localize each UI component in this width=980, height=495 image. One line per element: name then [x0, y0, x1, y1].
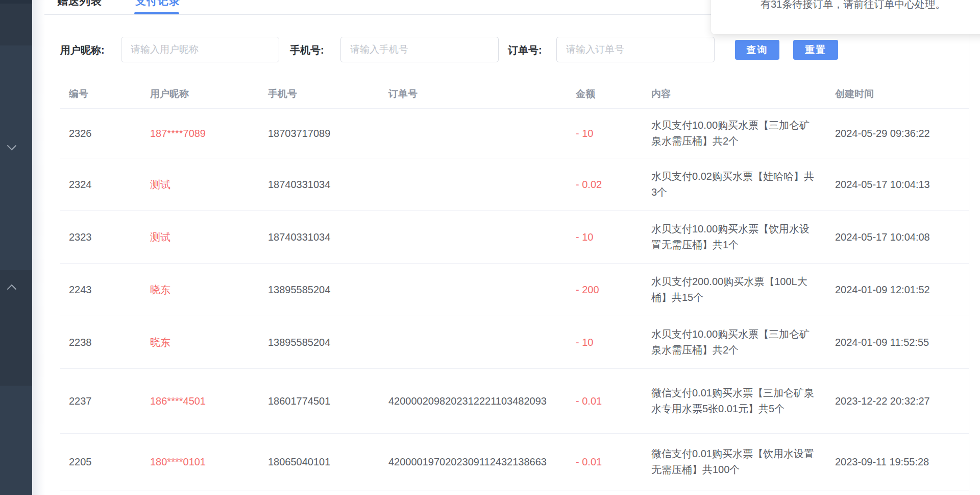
- cell-id: 2238: [60, 335, 141, 350]
- cell-amount: - 0.02: [567, 177, 642, 192]
- table-row: 2237 186****4501 18601774501 42000020982…: [60, 369, 969, 434]
- cell-created-at: 2024-05-17 10:04:13: [826, 177, 969, 192]
- phone-filter-input[interactable]: [340, 37, 499, 62]
- chevron-down-icon[interactable]: [7, 144, 17, 150]
- page: 赠送列表 支付记录 有31条待接订单，请前往订单中心处理。 用户昵称: 手机号:…: [0, 0, 980, 495]
- tab-payment-records[interactable]: 支付记录: [135, 0, 180, 8]
- cell-amount: - 10: [567, 126, 642, 141]
- cell-phone: 13895585204: [259, 282, 379, 297]
- col-header-nickname: 用户昵称: [141, 89, 259, 99]
- cell-phone: 18740331034: [259, 229, 379, 245]
- tab-gift-list[interactable]: 赠送列表: [57, 0, 102, 8]
- query-button[interactable]: 查询: [735, 40, 779, 60]
- cell-amount: - 0.01: [567, 454, 642, 469]
- cell-created-at: 2024-05-17 10:04:08: [826, 229, 969, 245]
- cell-created-at: 2024-01-09 11:52:55: [826, 335, 969, 350]
- cell-id: 2243: [60, 282, 141, 297]
- cell-amount: - 10: [567, 335, 642, 350]
- cell-nickname-link[interactable]: 186****4501: [141, 393, 259, 409]
- cell-amount: - 0.01: [567, 393, 642, 409]
- col-header-order-no: 订单号: [379, 89, 567, 99]
- cell-content: 水贝支付10.00购买水票【饮用水设置无需压桶】共1个: [642, 221, 826, 253]
- payment-records-table: 编号 用户昵称 手机号 订单号 金额 内容 创建时间 2326 187****7…: [60, 80, 969, 490]
- pending-orders-tooltip-text: 有31条待接订单，请前往订单中心处理。: [761, 0, 952, 12]
- cell-nickname-link[interactable]: 187****7089: [141, 126, 259, 141]
- col-header-created-at: 创建时间: [826, 89, 969, 99]
- order-no-filter-input[interactable]: [556, 37, 715, 62]
- cell-phone: 18740331034: [259, 177, 379, 192]
- cell-nickname-link[interactable]: 晓东: [141, 335, 259, 350]
- cell-nickname-link[interactable]: 测试: [141, 229, 259, 245]
- cell-order-no: 4200002098202312221103482093: [379, 393, 567, 409]
- phone-filter-label: 手机号:: [290, 43, 324, 57]
- nickname-filter-input[interactable]: [121, 37, 279, 62]
- reset-button[interactable]: 重置: [793, 40, 838, 60]
- cell-id: 2205: [60, 454, 141, 469]
- cell-created-at: 2023-09-11 19:55:28: [826, 454, 969, 469]
- cell-amount: - 10: [567, 229, 642, 245]
- cell-created-at: 2023-12-22 20:32:27: [826, 393, 969, 409]
- cell-content: 水贝支付200.00购买水票【100L大桶】共15个: [642, 274, 826, 305]
- col-header-content: 内容: [642, 89, 826, 99]
- order-no-filter-label: 订单号:: [508, 43, 542, 57]
- col-header-phone: 手机号: [259, 89, 379, 99]
- table-row: 2326 187****7089 18703717089 - 10 水贝支付10…: [60, 109, 969, 158]
- cell-created-at: 2024-05-29 09:36:22: [826, 126, 969, 141]
- cell-content: 水贝支付0.02购买水票【娃哈哈】共3个: [642, 169, 826, 200]
- cell-id: 2237: [60, 393, 141, 409]
- sidebar: [0, 0, 32, 495]
- col-header-id: 编号: [60, 89, 141, 99]
- cell-nickname-link[interactable]: 测试: [141, 177, 259, 192]
- cell-id: 2326: [60, 126, 141, 141]
- cell-order-no: 4200001970202309112432138663: [379, 454, 567, 469]
- cell-content: 水贝支付10.00购买水票【三加仑矿泉水需压桶】共2个: [642, 117, 826, 149]
- table-row: 2205 180****0101 18065040101 42000019702…: [60, 434, 969, 490]
- cell-id: 2324: [60, 177, 141, 192]
- cell-amount: - 200: [567, 282, 642, 297]
- sidebar-top-menu-block[interactable]: [0, 0, 32, 45]
- sidebar-top-edge: [0, 0, 32, 4]
- table-right-border: [969, 15, 969, 495]
- cell-phone: 13895585204: [259, 335, 379, 350]
- table-row: 2243 晓东 13895585204 - 200 水贝支付200.00购买水票…: [60, 264, 969, 316]
- cell-content: 微信支付0.01购买水票【三加仑矿泉水专用水票5张0.01元】共5个: [642, 385, 826, 417]
- active-tab-underline: [134, 12, 179, 14]
- cell-nickname-link[interactable]: 180****0101: [141, 454, 259, 469]
- chevron-up-icon[interactable]: [7, 283, 17, 289]
- table-header-row: 编号 用户昵称 手机号 订单号 金额 内容 创建时间: [60, 80, 969, 109]
- cell-id: 2323: [60, 229, 141, 245]
- cell-content: 微信支付0.01购买水票【饮用水设置无需压桶】共100个: [642, 446, 826, 478]
- cell-phone: 18703717089: [259, 126, 379, 141]
- cell-phone: 18601774501: [259, 393, 379, 409]
- table-row: 2238 晓东 13895585204 - 10 水贝支付10.00购买水票【三…: [60, 316, 969, 369]
- pending-orders-tooltip: 有31条待接订单，请前往订单中心处理。: [711, 0, 980, 34]
- table-row: 2323 测试 18740331034 - 10 水贝支付10.00购买水票【饮…: [60, 211, 969, 264]
- cell-nickname-link[interactable]: 晓东: [141, 282, 259, 297]
- cell-content: 水贝支付10.00购买水票【三加仑矿泉水需压桶】共2个: [642, 326, 826, 358]
- table-row: 2324 测试 18740331034 - 0.02 水贝支付0.02购买水票【…: [60, 158, 969, 211]
- cell-created-at: 2024-01-09 12:01:52: [826, 282, 969, 297]
- nickname-filter-label: 用户昵称:: [60, 43, 105, 57]
- col-header-amount: 金额: [567, 89, 642, 99]
- cell-phone: 18065040101: [259, 454, 379, 469]
- sidebar-shadow: [32, 0, 45, 495]
